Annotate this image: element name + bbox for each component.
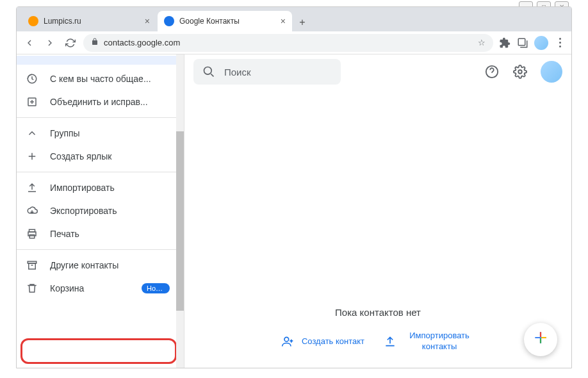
- main-content: Поиск Пока контактов нет Создать контакт: [184, 54, 571, 368]
- sidebar-item-export[interactable]: Экспортировать: [17, 199, 179, 222]
- url-text: contacts.google.com: [104, 38, 180, 47]
- print-icon: [26, 227, 38, 240]
- tab-title: Google Контакты: [179, 17, 240, 26]
- annotation-highlight: [20, 338, 177, 364]
- new-tab-button[interactable]: +: [293, 13, 311, 31]
- import-contacts-button[interactable]: Импортировать контакты: [384, 331, 475, 352]
- divider: [17, 117, 184, 118]
- new-badge: Нови...: [142, 283, 170, 293]
- add-person-icon: [281, 335, 294, 348]
- sidebar-nav: С кем вы часто общае... Объединить и исп…: [17, 54, 184, 368]
- sidebar-label: С кем вы часто общае...: [50, 74, 151, 84]
- account-avatar[interactable]: [541, 61, 562, 83]
- tab-title: Lumpics.ru: [44, 17, 81, 26]
- history-icon: [26, 72, 38, 85]
- search-icon: [202, 65, 215, 78]
- profile-avatar[interactable]: [534, 36, 548, 50]
- search-input[interactable]: Поиск: [193, 59, 341, 85]
- forward-button[interactable]: [42, 35, 58, 51]
- plus-icon: [26, 150, 38, 163]
- search-placeholder: Поиск: [224, 67, 251, 78]
- action-label: Импортировать контакты: [404, 331, 475, 352]
- url-input[interactable]: contacts.google.com ☆: [83, 34, 493, 52]
- sidebar-item-contacts-active[interactable]: [17, 56, 184, 65]
- sidebar-item-trash[interactable]: Корзина Нови...: [17, 277, 179, 300]
- sidebar-item-merge-fix[interactable]: Объединить и исправ...: [17, 90, 179, 113]
- bookmark-star-icon[interactable]: ☆: [478, 38, 486, 47]
- browser-tab-bar: Lumpics.ru × Google Контакты × +: [17, 7, 571, 31]
- favicon-icon: [164, 16, 174, 26]
- sidebar-label: Импортировать: [50, 183, 115, 193]
- help-button[interactable]: [480, 60, 503, 83]
- svg-rect-7: [29, 263, 36, 269]
- settings-button[interactable]: [509, 60, 532, 83]
- sidebar-item-frequent[interactable]: С кем вы часто общае...: [17, 67, 179, 90]
- divider: [17, 249, 184, 250]
- sidebar-item-other-contacts[interactable]: Другие контакты: [17, 254, 179, 277]
- scrollbar-track[interactable]: [176, 54, 184, 368]
- sidebar-label: Создать ярлык: [50, 151, 111, 161]
- merge-icon: [26, 95, 38, 108]
- divider: [17, 172, 184, 172]
- sidebar-label: Корзина: [50, 283, 84, 293]
- upload-icon: [384, 335, 396, 348]
- extensions-icon[interactable]: [498, 37, 511, 49]
- create-contact-fab[interactable]: [524, 323, 557, 356]
- trash-icon: [26, 282, 38, 295]
- plus-icon: [532, 329, 549, 350]
- favicon-icon: [28, 16, 38, 26]
- tab-close-icon[interactable]: ×: [281, 16, 286, 26]
- tab-close-icon[interactable]: ×: [145, 16, 150, 26]
- sidebar-label: Печать: [50, 229, 79, 239]
- sidebar-label: Объединить и исправ...: [50, 97, 148, 107]
- svg-point-10: [518, 70, 522, 74]
- browser-menu-button[interactable]: [553, 38, 566, 47]
- create-contact-button[interactable]: Создать контакт: [281, 335, 364, 348]
- chevron-up-icon: [26, 127, 38, 140]
- action-label: Создать контакт: [302, 336, 364, 347]
- empty-state-text: Пока контактов нет: [335, 307, 421, 318]
- lock-icon: [91, 38, 99, 47]
- upload-icon: [26, 181, 38, 194]
- sidebar-item-create-label[interactable]: Создать ярлык: [17, 145, 179, 168]
- svg-point-11: [284, 337, 289, 341]
- empty-state: Пока контактов нет Создать контакт Импор…: [184, 89, 571, 368]
- sidebar-item-groups[interactable]: Группы: [17, 122, 179, 145]
- app-header: Поиск: [184, 54, 571, 89]
- media-control-icon[interactable]: [516, 37, 529, 49]
- sidebar-label: Экспортировать: [50, 206, 117, 216]
- sidebar-item-import[interactable]: Импортировать: [17, 176, 179, 199]
- address-bar: contacts.google.com ☆: [17, 31, 571, 54]
- sidebar-label: Группы: [50, 128, 80, 138]
- cloud-download-icon: [26, 204, 38, 217]
- sidebar-item-print[interactable]: Печать: [17, 222, 179, 245]
- scrollbar-thumb[interactable]: [176, 131, 184, 311]
- browser-tab[interactable]: Lumpics.ru ×: [22, 11, 156, 31]
- archive-icon: [26, 259, 38, 272]
- svg-rect-0: [518, 38, 525, 45]
- sidebar-label: Другие контакты: [50, 260, 118, 270]
- reload-button[interactable]: [63, 35, 78, 51]
- back-button[interactable]: [22, 35, 37, 51]
- svg-point-8: [204, 67, 212, 75]
- browser-tab-active[interactable]: Google Контакты ×: [158, 11, 292, 31]
